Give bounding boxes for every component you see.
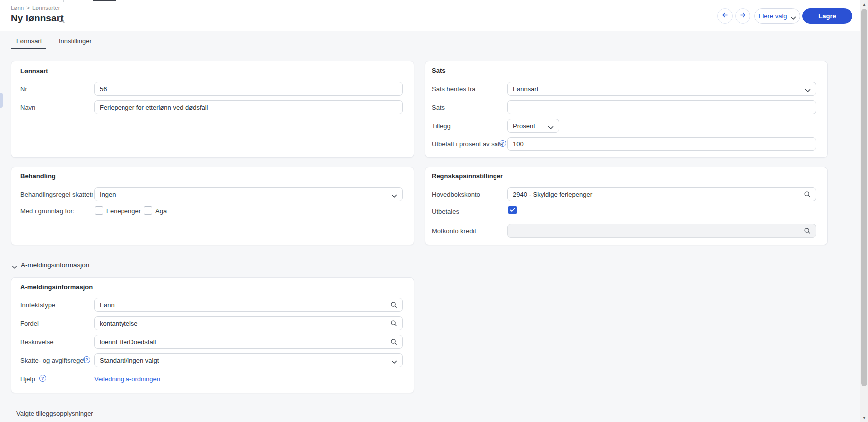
amelding-card-title: A-meldingsinformasjon	[20, 283, 93, 291]
utbetalt-prosent-label: Utbetalt i prosent av sats	[432, 141, 503, 148]
hjelp-label: Hjelp	[20, 375, 35, 383]
hovedbokskonto-field[interactable]: 2940 - Skyldige feriepenger	[507, 187, 816, 201]
valgte-tilleggsopplysninger-label: Valgte tilleggsopplysninger	[16, 410, 93, 417]
chevron-down-icon	[548, 124, 554, 128]
back-button[interactable]	[717, 8, 733, 24]
forward-button[interactable]	[735, 8, 750, 24]
info-question-icon[interactable]: ?	[83, 356, 90, 363]
page-header: Lønn > Lønnsarter Ny lønnsart Flere valg…	[0, 0, 860, 31]
search-icon[interactable]	[804, 191, 811, 198]
hovedbokskonto-label: Hovedbokskonto	[432, 191, 480, 198]
nr-input[interactable]	[94, 82, 403, 96]
check-icon	[510, 208, 515, 212]
search-icon[interactable]	[390, 301, 397, 308]
sats-hentes-fra-label: Sats hentes fra	[432, 85, 475, 93]
beskrivelse-value: loennEtterDoedsfall	[100, 338, 390, 346]
search-icon[interactable]	[390, 338, 397, 345]
fordel-field[interactable]: kontantytelse	[94, 316, 403, 330]
sats-hentes-fra-select[interactable]: Lønnsart	[507, 82, 816, 96]
sats-input[interactable]	[507, 100, 816, 114]
fordel-label: Fordel	[20, 320, 39, 327]
tillegg-select[interactable]: Prosent	[507, 119, 559, 133]
browser-tab-strip-line	[0, 2, 269, 2]
aga-checkbox-label: Aga	[155, 207, 167, 215]
regnskap-card: Regnskapsinnstillinger Hovedbokskonto 29…	[425, 167, 828, 245]
fordel-value: kontantytelse	[100, 320, 390, 327]
amelding-card: A-meldingsinformasjon Inntektstype Lønn …	[11, 277, 414, 393]
page-title: Ny lønnsart	[11, 13, 64, 24]
arrow-left-icon	[721, 11, 729, 21]
search-icon[interactable]	[390, 320, 397, 327]
nr-label: Nr	[20, 85, 27, 93]
breadcrumb-separator: >	[26, 5, 30, 11]
scroll-down-arrow-icon[interactable]: ▼	[860, 414, 868, 421]
breadcrumb-link-lonnsarter[interactable]: Lønnsarter	[32, 5, 60, 11]
behandling-card: Behandling Behandlingsregel skattetrekk …	[11, 167, 414, 245]
sats-label: Sats	[432, 104, 445, 111]
aga-checkbox[interactable]	[144, 206, 152, 215]
breadcrumb-link-lonn[interactable]: Lønn	[11, 5, 24, 11]
regnskap-card-title: Regnskapsinnstillinger	[432, 172, 503, 180]
motkonto-kredit-label: Motkonto kredit	[432, 227, 476, 235]
chevron-down-icon	[391, 192, 397, 196]
chevron-down-icon	[790, 14, 796, 18]
skatteregel-select[interactable]: Standard/ingen valgt	[94, 353, 403, 367]
save-button[interactable]: Lagre	[802, 8, 852, 24]
breadcrumb: Lønn > Lønnsarter	[11, 5, 60, 11]
motkonto-kredit-field	[507, 224, 816, 238]
beskrivelse-label: Beskrivelse	[20, 338, 53, 346]
sats-hentes-fra-value: Lønnsart	[513, 85, 805, 93]
amelding-section-title[interactable]: A-meldingsinformasjon	[21, 261, 89, 269]
more-options-button[interactable]: Flere valg	[754, 8, 800, 24]
behandlingsregel-label: Behandlingsregel skattetrekk	[20, 191, 93, 198]
utbetalt-prosent-input[interactable]	[507, 137, 816, 151]
feriepenger-checkbox[interactable]	[95, 206, 103, 215]
tillegg-label: Tillegg	[432, 122, 451, 130]
section-collapse-chevron-icon[interactable]	[12, 262, 17, 266]
utbetales-checkbox[interactable]	[508, 206, 517, 214]
med-i-grunnlag-label: Med i grunnlag for:	[20, 207, 74, 215]
skatteregel-value: Standard/ingen valgt	[100, 357, 391, 364]
save-button-label: Lagre	[818, 12, 836, 20]
inntektstype-field[interactable]: Lønn	[94, 298, 403, 312]
help-question-icon[interactable]: ?	[39, 375, 46, 382]
utbetales-label: Utbetales	[432, 208, 459, 215]
chevron-down-icon	[805, 87, 811, 91]
arrow-right-icon	[739, 11, 746, 21]
sats-card: Sats Sats hentes fra Lønnsart Sats Tille…	[425, 61, 828, 158]
tabs-bottom-border	[11, 49, 852, 49]
lonnsart-card: Lønnsart Nr Navn	[11, 61, 414, 158]
search-icon[interactable]	[804, 227, 811, 234]
navn-label: Navn	[20, 104, 35, 111]
inntektstype-label: Inntektstype	[20, 301, 55, 309]
chevron-down-icon	[391, 358, 397, 362]
navn-input[interactable]	[94, 100, 403, 114]
tab-lonnsart[interactable]: Lønnsart	[16, 37, 42, 45]
skatteregel-label: Skatte- og avgiftsregel	[20, 357, 85, 364]
tab-innstillinger[interactable]: Innstillinger	[59, 37, 92, 45]
lonnsart-card-title: Lønnsart	[20, 67, 48, 75]
scrollbar-thumb[interactable]	[861, 9, 867, 386]
tillegg-value: Prosent	[513, 122, 548, 130]
more-options-label: Flere valg	[758, 12, 787, 20]
sidebar-resize-handle[interactable]	[0, 93, 3, 108]
behandlingsregel-value: Ingen	[100, 191, 391, 198]
veiledning-link[interactable]: Veiledning a-ordningen	[94, 375, 160, 383]
app-root: Lønn > Lønnsarter Ny lønnsart Flere valg…	[0, 0, 868, 422]
sats-card-title: Sats	[432, 67, 445, 74]
behandling-card-title: Behandling	[20, 172, 56, 180]
title-search-icon[interactable]	[57, 15, 65, 24]
section-divider	[11, 270, 852, 270]
scroll-up-arrow-icon[interactable]: ▲	[860, 1, 868, 8]
feriepenger-checkbox-label: Feriepenger	[106, 207, 141, 215]
behandlingsregel-select[interactable]: Ingen	[94, 187, 403, 201]
inntektstype-value: Lønn	[100, 301, 390, 309]
browser-tab-strip-remnant	[93, 0, 116, 1]
hovedbokskonto-value: 2940 - Skyldige feriepenger	[513, 191, 804, 198]
beskrivelse-field[interactable]: loennEtterDoedsfall	[94, 335, 403, 349]
vertical-scrollbar[interactable]: ▲ ▼	[860, 0, 868, 422]
info-question-icon[interactable]: ?	[499, 140, 506, 147]
